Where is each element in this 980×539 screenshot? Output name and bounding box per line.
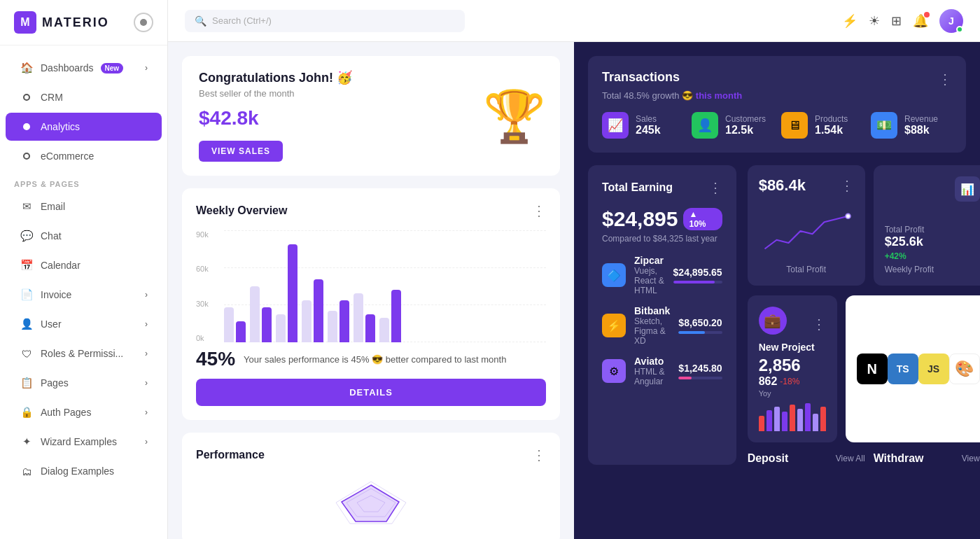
earning-info: Zipcar Vuejs, React & HTML <box>634 255 665 295</box>
y-label: 60k <box>196 265 209 273</box>
sidebar-item-chat[interactable]: 💬 Chat <box>6 222 162 250</box>
calendar-icon: 📅 <box>20 258 34 272</box>
total-profit-value: $25.6k <box>885 234 980 249</box>
weekly-profit-badge: +42% <box>885 251 906 261</box>
products-icon: 🖥 <box>781 112 808 139</box>
total-earning-card: Total Earning ⋮ $24,895 ▲ 10% Compared t… <box>588 165 736 465</box>
profit-more-button[interactable]: ⋮ <box>840 177 854 194</box>
analytics-icon <box>20 120 34 134</box>
profit-column: $86.4k ⋮ Total Profit <box>748 165 980 465</box>
weekly-title: Weekly Overview <box>196 204 287 217</box>
sidebar-nav: 🏠 Dashboards New › CRM Analytics eCommer… <box>0 46 167 539</box>
avatar-online-indicator <box>956 26 963 33</box>
revenue-icon: 💵 <box>871 112 897 139</box>
record-button[interactable] <box>134 13 153 32</box>
sidebar-item-auth[interactable]: 🔒 Auth Pages › <box>6 398 162 426</box>
earning-title: Total Earning <box>602 181 673 194</box>
view-sales-button[interactable]: VIEW SALES <box>199 141 283 162</box>
trophy-icon: 🏆 <box>483 91 546 141</box>
congrats-title: Congratulations John! 🥳 <box>199 70 352 85</box>
sidebar-item-label: Calendar <box>41 260 80 271</box>
bar-light <box>276 314 286 342</box>
svg-point-5 <box>846 214 850 218</box>
sidebar-logo: M MATERIO <box>0 0 167 46</box>
project-more-button[interactable]: ⋮ <box>812 316 826 332</box>
earning-compare: Compared to $84,325 last year <box>602 234 722 244</box>
profit-stats-content: Total Profit $25.6k +42% Weekly Profit <box>885 225 980 274</box>
earning-amount-right: $8,650.20 <box>678 317 722 334</box>
earning-name: Bitbank <box>634 305 670 316</box>
y-axis: 90k 60k 30k 0k <box>196 230 209 342</box>
congrats-content: Congratulations John! 🥳 Best seller of t… <box>199 70 352 162</box>
withdraw-header: Withdraw View All <box>874 452 980 465</box>
performance-more-button[interactable]: ⋮ <box>532 447 546 463</box>
theme-icon[interactable]: ☀ <box>869 13 880 29</box>
sidebar-item-label: Chat <box>41 230 62 241</box>
stat-products: 🖥 Products 1.54k <box>781 112 862 139</box>
sidebar-item-pages[interactable]: 📋 Pages › <box>6 369 162 397</box>
translate-icon[interactable]: ⚡ <box>842 13 858 29</box>
dialog-icon: 🗂 <box>20 464 34 478</box>
sidebar-item-dialog[interactable]: 🗂 Dialog Examples <box>6 457 162 485</box>
left-panel: Congratulations John! 🥳 Best seller of t… <box>168 42 574 539</box>
stat-value: $88k <box>904 124 938 136</box>
bar-purple <box>340 300 349 342</box>
figma-logo: 🎨 <box>949 354 980 384</box>
weekly-more-button[interactable]: ⋮ <box>532 202 546 219</box>
invoice-icon: 📄 <box>20 288 34 302</box>
avatar[interactable]: J <box>939 9 963 33</box>
withdraw-view-all[interactable]: View All <box>962 454 980 463</box>
sidebar-item-email[interactable]: ✉ Email <box>6 192 162 220</box>
earning-val: $1,245.80 <box>678 363 722 374</box>
mini-bar <box>782 412 788 431</box>
sidebar: M MATERIO 🏠 Dashboards New › CRM Analyti… <box>0 0 168 539</box>
sidebar-item-analytics[interactable]: Analytics <box>6 113 162 141</box>
project-count-row: 2,856 <box>759 356 826 375</box>
sidebar-item-invoice[interactable]: 📄 Invoice › <box>6 281 162 309</box>
mini-bar <box>797 409 803 431</box>
sidebar-item-user[interactable]: 👤 User › <box>6 310 162 338</box>
details-button[interactable]: DETAILS <box>196 379 546 406</box>
search-placeholder: Search (Ctrl+/) <box>212 15 272 26</box>
right-panel: Transactions ⋮ Total 48.5% growth 😎 this… <box>574 42 980 539</box>
chevron-right-icon: › <box>145 349 148 358</box>
sidebar-item-dashboards[interactable]: 🏠 Dashboards New › <box>6 54 162 82</box>
new-badge: New <box>101 63 124 74</box>
earning-more-button[interactable]: ⋮ <box>708 179 722 196</box>
sidebar-item-roles[interactable]: 🛡 Roles & Permissi... › <box>6 340 162 368</box>
bar-purple <box>314 279 323 342</box>
apps-pages-label: APPS & PAGES <box>0 172 167 191</box>
mini-bar <box>766 410 772 431</box>
deposit-view-all[interactable]: View All <box>836 454 865 463</box>
sidebar-item-wizard[interactable]: ✦ Wizard Examples › <box>6 428 162 456</box>
sidebar-item-ecommerce[interactable]: eCommerce <box>6 142 162 170</box>
customers-icon: 👤 <box>692 112 718 139</box>
notification-icon[interactable]: 🔔 <box>913 13 928 29</box>
sidebar-item-calendar[interactable]: 📅 Calendar <box>6 251 162 279</box>
grid-icon[interactable]: ⊞ <box>891 13 902 29</box>
profit-line-chart <box>759 203 854 259</box>
main-content: 🔍 Search (Ctrl+/) ⚡ ☀ ⊞ 🔔 J Congratulati… <box>168 0 980 539</box>
search-bar[interactable]: 🔍 Search (Ctrl+/) <box>185 10 465 32</box>
sidebar-item-crm[interactable]: CRM <box>6 83 162 111</box>
mini-bar <box>820 407 826 431</box>
project-title: New Project <box>759 342 826 353</box>
earning-item: ⚡ Bitbank Sketch, Figma & XD $8,650.20 <box>602 305 722 346</box>
bar-group <box>328 300 349 342</box>
bar-chart-bars <box>224 230 546 342</box>
stat-label: Revenue <box>904 114 938 124</box>
mini-bar-chart <box>759 403 826 431</box>
weekly-overview-card: Weekly Overview ⋮ 90k 60k 30k 0k <box>182 188 560 420</box>
deposit-withdraw-row: Deposit View All Withdraw View All <box>748 452 980 465</box>
project-count: 2,856 <box>759 356 801 375</box>
performance-card: Performance ⋮ <box>182 433 560 539</box>
sidebar-item-label: Auth Pages <box>41 407 91 418</box>
stat-value: 245k <box>636 124 661 136</box>
sidebar-item-label: Pages <box>41 377 69 388</box>
bar-light <box>302 300 312 342</box>
weekly-card-header: Weekly Overview ⋮ <box>196 202 546 219</box>
y-label: 90k <box>196 230 209 239</box>
y-label: 30k <box>196 300 209 308</box>
transactions-more-button[interactable]: ⋮ <box>938 71 952 88</box>
bitbank-icon: ⚡ <box>602 314 626 337</box>
